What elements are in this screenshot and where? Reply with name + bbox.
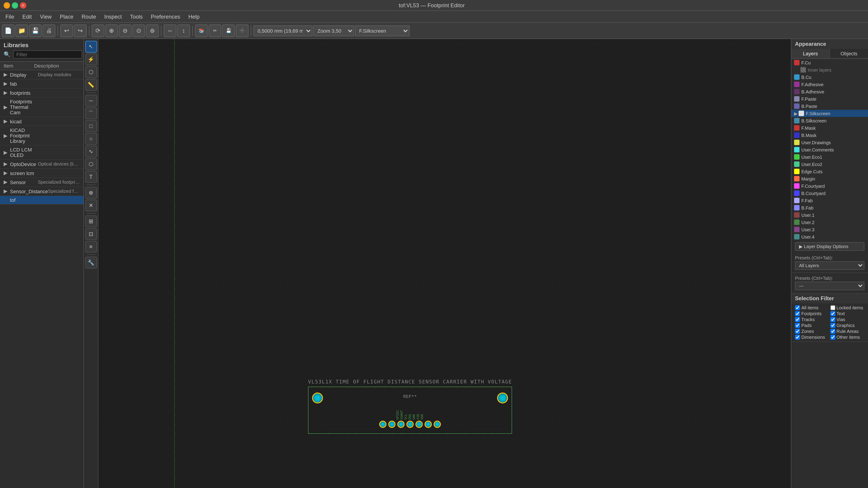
refresh-button[interactable]: ⟳	[92, 24, 104, 37]
menu-place[interactable]: Place	[56, 12, 77, 21]
flip-v-button[interactable]: ↕	[177, 24, 190, 37]
filter-other-items[interactable]: Other items	[830, 335, 864, 340]
menu-view[interactable]: View	[36, 12, 55, 21]
lib-item-tof[interactable]: tof	[0, 196, 84, 205]
menu-edit[interactable]: Edit	[19, 12, 35, 21]
lib-item-sensor[interactable]: ▶ Sensor Specialized footprints for mult…	[0, 178, 84, 187]
lib-item-fab[interactable]: ▶ fab	[0, 80, 84, 88]
layer-badhesive[interactable]: B.Adhesive	[792, 88, 868, 95]
layer-fpaste[interactable]: F.Paste	[792, 95, 868, 102]
redo-button[interactable]: ↪	[74, 24, 87, 37]
active-layer-select[interactable]: F.Silkscreen	[355, 25, 409, 36]
layer-bcourtyard[interactable]: B.Courtyard	[792, 190, 868, 197]
layer-bpaste[interactable]: B.Paste	[792, 102, 868, 110]
filter-rule-areas[interactable]: Rule Areas	[830, 329, 864, 334]
menu-tools[interactable]: Tools	[126, 12, 146, 21]
tab-layers[interactable]: Layers	[792, 49, 830, 58]
misc-tool[interactable]: 🔧	[85, 257, 97, 269]
zoom-in-button[interactable]: ⊕	[105, 24, 118, 37]
layer-bsilkscreen[interactable]: B.Silkscreen	[792, 117, 868, 124]
save-button[interactable]: 💾	[29, 24, 42, 37]
zoom-fit-button[interactable]: ⊙	[132, 24, 145, 37]
menu-help[interactable]: Help	[185, 12, 203, 21]
undo-button[interactable]: ↩	[60, 24, 73, 37]
add-circle-tool[interactable]: ○	[85, 133, 97, 145]
add-text-tool[interactable]: T	[85, 171, 97, 183]
delete-tool[interactable]: ✕	[85, 200, 97, 211]
inspect-tool[interactable]: ⚡	[85, 54, 97, 65]
menu-preferences[interactable]: Preferences	[147, 12, 184, 21]
scripting-tool[interactable]: ⊡	[85, 228, 97, 240]
filter-input[interactable]	[13, 50, 82, 59]
filter-dimensions[interactable]: Dimensions	[795, 335, 829, 340]
filter-all-items[interactable]: All items	[795, 305, 829, 310]
lib-item-kicad-lib[interactable]: ▶ KiCAD Footprint Library	[0, 126, 84, 146]
filter-tracks[interactable]: Tracks	[795, 317, 829, 322]
lib-item-screen[interactable]: ▶ screen lcm	[0, 169, 84, 178]
lib-item-Display[interactable]: ▶ Display Display modules	[0, 70, 84, 80]
add-poly-tool[interactable]: ⬡	[85, 158, 97, 170]
layer-udrawings[interactable]: User.Drawings	[792, 139, 868, 146]
layer-inner[interactable]: Inner layers	[792, 66, 868, 73]
filter-locked-items[interactable]: Locked items	[830, 305, 864, 310]
layer-edgecuts[interactable]: Edge.Cuts	[792, 168, 868, 175]
tab-objects[interactable]: Objects	[830, 49, 868, 58]
layer-fmask[interactable]: F.Mask	[792, 124, 868, 131]
preset-select-2[interactable]: ---	[795, 282, 864, 290]
lib-item-kicad[interactable]: ▶ kicad	[0, 117, 84, 126]
filter-vias[interactable]: Vias	[830, 317, 864, 322]
canvas-area[interactable]: VL53L1X TIME OF FLIGHT DISTANCE SENSOR C…	[98, 39, 791, 488]
layer-display-options-button[interactable]: ▶ Layer Display Options	[795, 242, 864, 251]
lib-add-button[interactable]: ➕	[236, 24, 249, 37]
add-rect-tool[interactable]: □	[85, 120, 97, 132]
zoom-level-select[interactable]: Zoom 3,50	[313, 25, 354, 36]
add-bezier-tool[interactable]: ∿	[85, 146, 97, 157]
minimize-button[interactable]: −	[4, 2, 10, 8]
3d-view-tool[interactable]: ⊞	[85, 215, 97, 227]
layer-manager-tool[interactable]: ≡	[85, 241, 97, 253]
layer-user2[interactable]: User.2	[792, 219, 868, 226]
flip-h-button[interactable]: ↔	[164, 24, 177, 37]
preset-select-1[interactable]: All Layers	[795, 261, 864, 270]
filter-text[interactable]: Text	[830, 311, 864, 316]
zoom-out-button[interactable]: ⊖	[119, 24, 131, 37]
menu-file[interactable]: File	[2, 12, 18, 21]
layer-margin[interactable]: Margin	[792, 175, 868, 182]
layer-ueco1[interactable]: User.Eco1	[792, 153, 868, 160]
layer-ucomments[interactable]: User.Comments	[792, 146, 868, 153]
lib-item-lcd[interactable]: ▶ LCD LCM OLED	[0, 146, 84, 160]
layer-user3[interactable]: User.3	[792, 226, 868, 233]
layer-fcourtyard[interactable]: F.Courtyard	[792, 182, 868, 190]
menu-inspect[interactable]: Inspect	[101, 12, 125, 21]
add-pad-tool[interactable]: ⊕	[85, 187, 97, 199]
layer-fadhesive[interactable]: F.Adhesive	[792, 81, 868, 88]
add-arc-tool[interactable]: ⌒	[85, 108, 97, 119]
lib-item-sensor-dist[interactable]: ▶ Sensor_Distance Specialized footprints…	[0, 187, 84, 196]
lib-save-button[interactable]: 💾	[222, 24, 235, 37]
layer-user1[interactable]: User.1	[792, 211, 868, 219]
lib-item-footprints-thermal[interactable]: ▶ Footprints Thermal Cam	[0, 97, 84, 117]
layer-bfab[interactable]: B.Fab	[792, 204, 868, 211]
close-button[interactable]: ✕	[20, 2, 26, 8]
grid-select[interactable]: 0,5000 mm (19,69 mils)	[253, 25, 312, 36]
filter-footprints[interactable]: Footprints	[795, 311, 829, 316]
route-tool[interactable]: ⬡	[85, 66, 97, 78]
layer-bcu[interactable]: B.Cu	[792, 73, 868, 81]
layer-fcu[interactable]: F.Cu	[792, 59, 868, 66]
zoom-select-button[interactable]: ⊚	[146, 24, 159, 37]
filter-pads[interactable]: Pads	[795, 323, 829, 328]
add-line-tool[interactable]: ─	[85, 95, 97, 106]
layer-user4[interactable]: User.4	[792, 233, 868, 240]
layer-ueco2[interactable]: User.Eco2	[792, 160, 868, 168]
lib-edit-button[interactable]: ✏	[209, 24, 221, 37]
select-tool[interactable]: ↖	[85, 41, 97, 53]
lib-browse-button[interactable]: 📚	[195, 24, 208, 37]
filter-graphics[interactable]: Graphics	[830, 323, 864, 328]
new-button[interactable]: 📄	[2, 24, 14, 37]
filter-zones[interactable]: Zones	[795, 329, 829, 334]
menu-route[interactable]: Route	[78, 12, 100, 21]
lib-item-footprints[interactable]: ▶ footprints	[0, 88, 84, 97]
maximize-button[interactable]: □	[12, 2, 18, 8]
layer-bmask[interactable]: B.Mask	[792, 131, 868, 139]
layer-fsilkscreen[interactable]: ▶ F.Silkscreen	[792, 110, 868, 117]
